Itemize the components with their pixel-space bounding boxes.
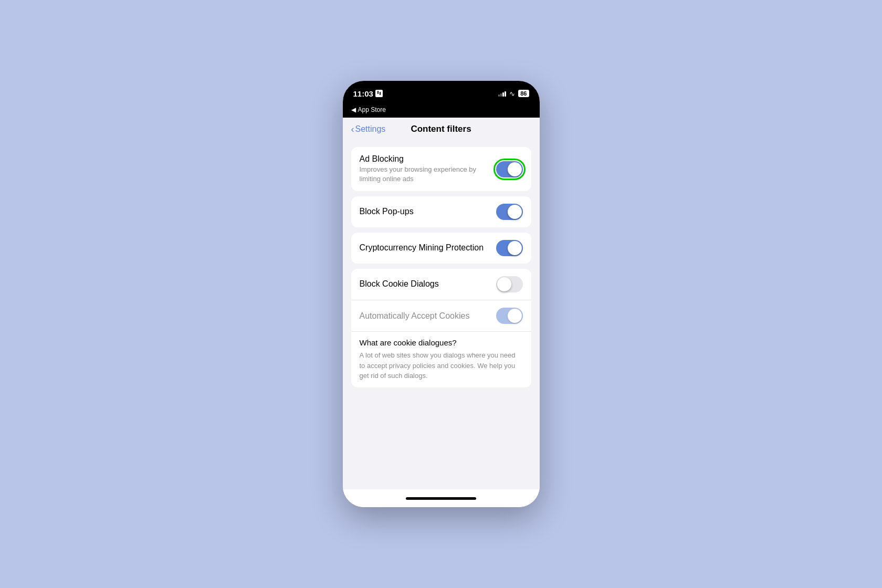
svg-rect-1 [380, 92, 381, 95]
auto-accept-cookies-title: Automatically Accept Cookies [360, 311, 490, 321]
auto-accept-cookies-toggle[interactable] [496, 308, 523, 324]
crypto-mining-toggle[interactable] [496, 240, 523, 256]
crypto-mining-toggle-knob [508, 241, 522, 255]
cookie-info-title: What are cookie dialogues? [360, 338, 523, 347]
block-popups-row: Block Pop-ups [351, 196, 531, 227]
home-indicator [343, 489, 540, 507]
phone-device: 11:03 ∿ 86 ◀ App Store [343, 81, 540, 507]
crypto-mining-title: Cryptocurrency Mining Protection [360, 243, 490, 253]
cookie-info-text: A lot of web sites show you dialogs wher… [360, 350, 523, 381]
app-store-chevron-icon: ◀ [351, 106, 356, 113]
time-badge [375, 90, 383, 97]
ad-blocking-card: Ad Blocking Improves your browsing exper… [351, 147, 531, 191]
battery-label: 86 [518, 90, 529, 97]
status-bar: 11:03 ∿ 86 [343, 81, 540, 104]
cookie-card: Block Cookie Dialogs Automatically Accep… [351, 269, 531, 387]
crypto-mining-row-left: Cryptocurrency Mining Protection [360, 243, 496, 254]
crypto-mining-card: Cryptocurrency Mining Protection [351, 233, 531, 264]
block-popups-toggle[interactable] [496, 204, 523, 220]
nav-header: ‹ Settings Content filters [343, 118, 540, 141]
back-label: Settings [355, 124, 386, 134]
app-store-bar: ◀ App Store [343, 104, 540, 118]
wifi-icon: ∿ [509, 90, 515, 98]
page-title: Content filters [411, 124, 471, 134]
ad-blocking-row: Ad Blocking Improves your browsing exper… [351, 147, 531, 191]
block-cookie-dialogs-row-left: Block Cookie Dialogs [360, 279, 496, 290]
status-time: 11:03 [353, 89, 383, 98]
block-cookie-dialogs-row: Block Cookie Dialogs [351, 269, 531, 300]
cookie-info-section: What are cookie dialogues? A lot of web … [351, 332, 531, 387]
ad-blocking-title: Ad Blocking [360, 154, 490, 164]
block-popups-toggle-knob [508, 205, 522, 219]
auto-accept-cookies-toggle-knob [508, 309, 522, 323]
ad-blocking-subtitle: Improves your browsing experience by lim… [360, 165, 490, 184]
home-bar [406, 497, 476, 500]
content-area: ‹ Settings Content filters Ad Blocking I… [343, 118, 540, 489]
block-popups-title: Block Pop-ups [360, 207, 490, 216]
block-cookie-dialogs-toggle-knob [497, 277, 511, 291]
auto-accept-cookies-row-left: Automatically Accept Cookies [360, 311, 496, 321]
ad-blocking-row-left: Ad Blocking Improves your browsing exper… [360, 154, 496, 184]
ad-blocking-toggle-knob [508, 162, 522, 176]
block-popups-row-left: Block Pop-ups [360, 207, 496, 217]
status-icons: ∿ 86 [498, 90, 529, 98]
block-popups-card: Block Pop-ups [351, 196, 531, 227]
svg-rect-0 [377, 91, 379, 94]
auto-accept-cookies-row: Automatically Accept Cookies [351, 300, 531, 332]
crypto-mining-row: Cryptocurrency Mining Protection [351, 233, 531, 264]
back-chevron-icon: ‹ [351, 124, 354, 135]
settings-content: Ad Blocking Improves your browsing exper… [343, 141, 540, 394]
app-store-label: App Store [358, 106, 386, 113]
ad-blocking-toggle[interactable] [496, 161, 523, 177]
block-cookie-dialogs-toggle[interactable] [496, 276, 523, 292]
signal-icon [498, 90, 506, 97]
time-label: 11:03 [353, 89, 373, 98]
block-cookie-dialogs-title: Block Cookie Dialogs [360, 279, 490, 289]
back-button[interactable]: ‹ Settings [351, 124, 386, 135]
